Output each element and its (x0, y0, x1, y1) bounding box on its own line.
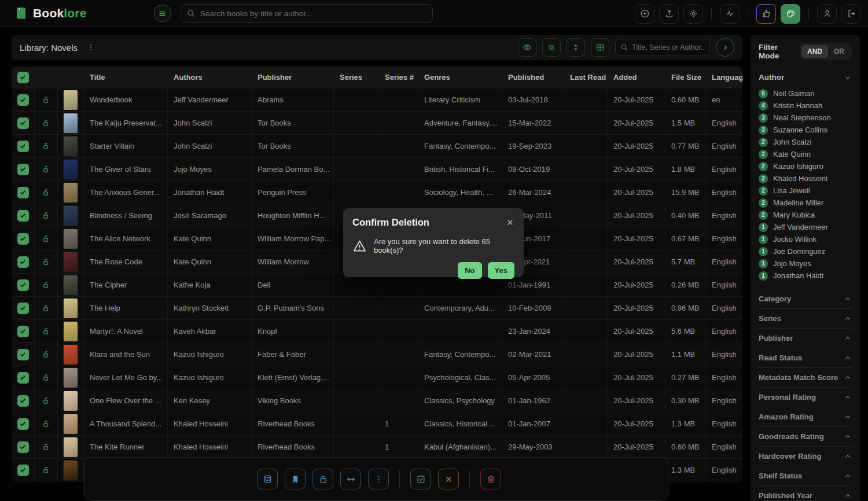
author-filter-item[interactable]: 2 Kazuo Ishiguro (759, 160, 852, 172)
author-section-header[interactable]: Author (759, 73, 852, 82)
filter-section-header[interactable]: Personal Rating (759, 387, 852, 407)
check-square-icon[interactable] (410, 469, 431, 489)
unlock-icon[interactable] (42, 142, 50, 150)
cell-title[interactable]: The Alice Network (84, 227, 168, 250)
unlock-icon[interactable] (42, 281, 50, 289)
table-row[interactable]: The Kite Runner Khaled Hosseini Riverhea… (12, 435, 742, 458)
table-row[interactable]: Klara and the Sun Kazuo Ishiguro Faber &… (12, 342, 742, 366)
unlock-icon[interactable] (42, 419, 50, 428)
unlock-icon[interactable] (42, 396, 50, 405)
cell-title[interactable]: Martyr!: A Novel (84, 320, 168, 342)
library-menu-button[interactable] (87, 43, 95, 51)
unlock-icon[interactable] (42, 257, 50, 266)
book-cover-thumbnail[interactable] (64, 391, 78, 411)
cell-title[interactable]: A Thousand Splend... (84, 412, 168, 435)
row-checkbox[interactable] (17, 372, 29, 384)
table-row[interactable]: The Giver of Stars Jojo Moyes Pamela Dor… (12, 157, 742, 180)
column-header[interactable]: Title (84, 67, 168, 88)
book-cover-thumbnail[interactable] (64, 414, 78, 434)
column-header[interactable]: Publisher (252, 67, 334, 88)
table-row[interactable]: The Kaiju Preservat... John Scalzi Tor B… (12, 111, 742, 134)
column-header[interactable]: Last Read (564, 67, 608, 88)
cell-title[interactable]: Klara and the Sun (84, 343, 168, 366)
book-cover-thumbnail[interactable] (64, 160, 78, 179)
cell-title[interactable]: Blindness / Seeing (84, 204, 168, 227)
unlock-icon[interactable] (42, 119, 50, 127)
column-header[interactable]: Language (706, 67, 742, 88)
book-cover-thumbnail[interactable] (64, 345, 78, 364)
x-icon[interactable] (438, 469, 459, 489)
cell-title[interactable]: The Kaiju Preservat... (84, 112, 168, 134)
filter-section-header[interactable]: Shelf Status (759, 466, 852, 485)
collapse-sidebar-button[interactable] (716, 38, 734, 57)
book-cover-thumbnail[interactable] (64, 137, 78, 156)
logout-button[interactable] (841, 4, 861, 24)
book-cover-thumbnail[interactable] (64, 461, 78, 480)
table-row[interactable]: One Flew Over the ... Ken Kesey Viking B… (12, 389, 742, 412)
author-filter-item[interactable]: 1 Jocko Willink (759, 233, 852, 245)
row-checkbox[interactable] (17, 349, 29, 360)
book-cover-thumbnail[interactable] (64, 368, 78, 388)
table-row[interactable]: Martyr!: A Novel Kaveh Akbar Knopf 23-Ja… (12, 319, 742, 342)
close-icon[interactable] (506, 218, 514, 227)
add-circle-button[interactable] (635, 4, 654, 24)
unlock-icon[interactable] (42, 327, 50, 336)
column-header[interactable]: Genres (418, 67, 502, 88)
sort-button[interactable] (567, 38, 585, 57)
yes-button[interactable]: Yes (488, 262, 514, 279)
table-row[interactable]: A Thousand Splend... Khaled Hosseini Riv… (12, 412, 742, 435)
thumbs-up-button[interactable] (756, 4, 776, 24)
book-cover-thumbnail[interactable] (64, 229, 78, 249)
row-checkbox[interactable] (17, 141, 29, 152)
filter-section-header[interactable]: Read Status (759, 348, 852, 367)
book-cover-thumbnail[interactable] (64, 299, 78, 318)
database-icon[interactable] (257, 469, 278, 489)
user-button[interactable] (817, 4, 837, 24)
table-row[interactable]: Wonderbook Jeff Vandermeer Abrams Litera… (12, 88, 742, 111)
lock-icon[interactable] (312, 469, 333, 489)
book-cover-thumbnail[interactable] (64, 206, 78, 226)
row-checkbox[interactable] (17, 465, 29, 476)
eye-button[interactable] (518, 38, 536, 57)
activity-button[interactable] (720, 4, 740, 24)
hamburger-menu-button[interactable] (154, 5, 171, 22)
upload-button[interactable] (659, 4, 679, 24)
unlock-icon[interactable] (42, 188, 50, 197)
cell-title[interactable]: Wonderbook (84, 89, 168, 111)
filter-section-header[interactable]: Hardcover Rating (759, 446, 852, 466)
cell-title[interactable]: The Cipher (84, 274, 168, 296)
author-filter-item[interactable]: 1 Jonathan Haidt (759, 270, 852, 282)
author-filter-item[interactable]: 2 John Scalzi (759, 136, 852, 148)
table-row[interactable]: Starter Villain John Scalzi Tor Books Fa… (12, 134, 742, 157)
arrows-horizontal-icon[interactable] (340, 469, 361, 489)
column-header[interactable]: Series # (379, 67, 418, 88)
cell-title[interactable]: Starter Villain (84, 135, 168, 157)
filter-mode-or[interactable]: OR (828, 45, 850, 58)
row-checkbox[interactable] (17, 187, 29, 198)
unlock-icon[interactable] (42, 165, 50, 174)
book-cover-thumbnail[interactable] (64, 322, 78, 341)
author-filter-item[interactable]: 2 Kate Quinn (759, 148, 852, 160)
unlock-icon[interactable] (42, 373, 50, 382)
book-cover-thumbnail[interactable] (64, 90, 78, 110)
column-header[interactable]: File Size (665, 67, 706, 88)
row-checkbox[interactable] (17, 279, 29, 291)
cell-title[interactable]: The Giver of Stars (84, 158, 168, 180)
trash-icon[interactable] (480, 469, 501, 489)
cell-title[interactable]: The Kite Runner (84, 436, 168, 458)
gear-button[interactable] (542, 38, 561, 57)
author-filter-item[interactable]: 1 Jeff Vandermeer (759, 221, 852, 233)
row-checkbox[interactable] (17, 256, 29, 268)
author-filter-item[interactable]: 1 Joe Dominguez (759, 245, 852, 257)
row-checkbox[interactable] (17, 326, 29, 337)
unlock-icon[interactable] (42, 95, 50, 104)
grid-view-button[interactable] (591, 38, 609, 57)
author-filter-item[interactable]: 2 Khaled Hosseini (759, 172, 852, 185)
cell-title[interactable]: The Rose Code (84, 250, 168, 273)
author-filter-item[interactable]: 2 Lisa Jewell (759, 185, 852, 197)
table-row[interactable]: Never Let Me Go by... Kazuo Ishiguro Kle… (12, 366, 742, 389)
global-search[interactable] (181, 4, 433, 23)
author-filter-item[interactable]: 3 Suzanne Collins (759, 124, 852, 136)
table-row[interactable]: The Anxious Gener... Jonathan Haidt Peng… (12, 180, 742, 204)
filter-section-header[interactable]: Metadata Match Score (759, 367, 852, 387)
